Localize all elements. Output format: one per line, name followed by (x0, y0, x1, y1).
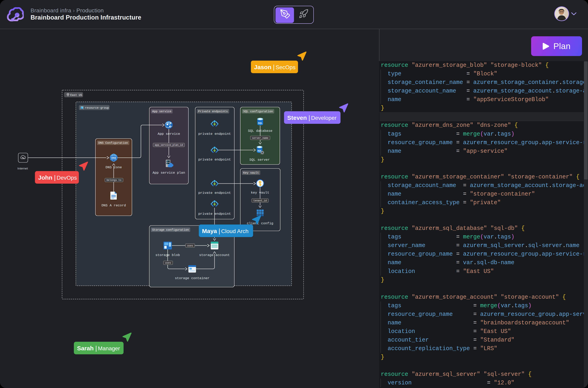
svg-text:Storage configuration: Storage configuration (152, 228, 189, 231)
svg-text:SQL database: SQL database (248, 129, 272, 133)
svg-text:Key vault: Key vault (243, 171, 259, 174)
svg-text:East US: East US (70, 94, 82, 97)
svg-text:DNS zone: DNS zone (106, 166, 122, 169)
svg-text:DNS: DNS (111, 157, 116, 159)
svg-text:Maya|Cloud Arch: Maya|Cloud Arch (202, 227, 248, 235)
svg-text:resource-group: resource-group (85, 106, 109, 109)
svg-text:key vault: key vault (251, 191, 269, 194)
svg-text:uses: uses (165, 262, 171, 264)
svg-text:App service plan: App service plan (153, 171, 185, 175)
svg-text:App service: App service (152, 110, 171, 113)
svg-text:private endpoint: private endpoint (198, 132, 231, 136)
svg-text:private endpoint: private endpoint (198, 212, 231, 216)
svg-text:SQL configuration: SQL configuration (243, 110, 273, 113)
svg-text:DNS Configuration: DNS Configuration (98, 141, 128, 145)
svg-text:storage blob: storage blob (156, 253, 180, 257)
svg-text:John|DevOps: John|DevOps (38, 174, 77, 181)
svg-text:app_service_plan_id: app_service_plan_id (155, 144, 183, 146)
svg-text:Sarah|Manager: Sarah|Manager (77, 345, 120, 352)
svg-text:private endpoint: private endpoint (198, 158, 231, 162)
svg-text:SQL server: SQL server (249, 158, 270, 162)
svg-text:private endpoint: private endpoint (198, 191, 231, 195)
svg-text:App service: App service (158, 132, 180, 136)
svg-text:SQL: SQL (258, 122, 263, 124)
svg-text:tenant_id: tenant_id (253, 199, 267, 202)
svg-text:storage account: storage account (199, 253, 230, 257)
svg-text:storage container: storage container (175, 276, 209, 280)
svg-text:uses: uses (187, 244, 193, 247)
svg-text:Steven|Developer: Steven|Developer (287, 114, 337, 121)
svg-text:belongs to: belongs to (107, 179, 121, 182)
svg-text:Private endpoints: Private endpoints (198, 110, 228, 113)
svg-text:DNS A record: DNS A record (101, 204, 126, 207)
svg-text:Internet: Internet (17, 167, 28, 170)
svg-text:server_name: server_name (252, 137, 268, 140)
